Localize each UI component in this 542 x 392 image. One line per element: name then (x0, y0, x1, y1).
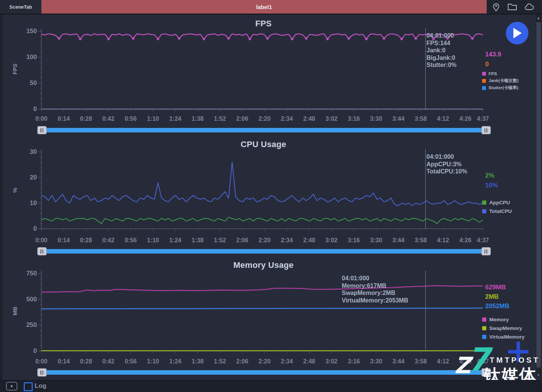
x-tick-label: 1:24 (169, 237, 181, 244)
x-tick-label: 3:44 (393, 237, 405, 244)
scrollbar-left-handle[interactable] (37, 247, 47, 255)
x-tick-label: 4:12 (437, 237, 449, 244)
legend-item: TotalCPU (482, 207, 512, 216)
x-tick-label: 0:28 (80, 237, 92, 244)
current-value: 2MB (485, 293, 499, 301)
chevron-down-icon: ▼ (10, 384, 14, 388)
y-tick-label: 20 (14, 174, 37, 181)
y-tick-label: 100 (14, 53, 37, 61)
x-tick-label: 0:00 (35, 237, 47, 244)
x-tick-label: 0:14 (58, 115, 70, 122)
x-tick-label: 1:10 (147, 237, 159, 244)
label-banner[interactable]: label1 (41, 0, 487, 14)
scrollbar-left-handle[interactable] (37, 126, 47, 134)
vertical-scrollbar[interactable]: ▲ ▼ (536, 15, 541, 378)
memory-time-scrollbar[interactable] (37, 368, 491, 377)
tooltip-line: Jank:0 (426, 47, 457, 54)
x-tick-label: 3:30 (370, 115, 382, 122)
collapse-panel-button[interactable]: ▼ (6, 382, 17, 390)
legend-swatch-icon (482, 318, 486, 322)
vertical-scrollbar-thumb[interactable] (536, 22, 541, 368)
y-tick-label: 750 (14, 270, 37, 277)
fps-time-scrollbar[interactable] (37, 126, 491, 134)
x-tick-label: 0:28 (80, 358, 92, 365)
y-tick-label: 50 (14, 79, 37, 87)
y-tick-label: 0 (14, 225, 37, 232)
cloud-icon[interactable] (524, 3, 535, 11)
tooltip-line: Memory:617MB (342, 282, 408, 290)
scrollbar-right-handle[interactable] (481, 126, 491, 134)
x-tick-label: 3:58 (415, 115, 427, 122)
scrollbar-left-handle[interactable] (37, 368, 47, 377)
scene-tab[interactable]: SceneTab (0, 0, 41, 14)
tooltip-line: TotalCPU:10% (426, 168, 467, 175)
log-label: Log (35, 382, 46, 390)
cpu-tooltip: 04:01:000AppCPU:3%TotalCPU:10% (426, 153, 467, 175)
scrollbar-right-handle[interactable] (481, 247, 491, 255)
x-tick-label: 2:06 (236, 237, 248, 244)
x-tick-label: 3:02 (326, 115, 338, 122)
grip-icon (40, 128, 44, 132)
legend-swatch-icon (482, 86, 486, 90)
memory-chart-title: Memory Usage (0, 260, 527, 270)
legend-label: SwapMemory (489, 325, 522, 331)
cpu-time-scrollbar[interactable] (37, 247, 491, 255)
legend-label: AppCPU (489, 200, 510, 205)
x-tick-label: 2:48 (303, 358, 315, 365)
x-tick-label: 3:44 (393, 115, 405, 122)
play-button[interactable] (506, 22, 528, 44)
x-tick-label: 1:38 (192, 237, 204, 244)
log-checkbox[interactable] (24, 382, 33, 391)
legend-label: Jank(卡顿次数) (489, 78, 519, 84)
legend-item: Stutter(卡顿率) (482, 84, 519, 91)
legend-item: Jank(卡顿次数) (482, 77, 519, 84)
cpu-chart-title: CPU Usage (0, 140, 527, 149)
legend-swatch-icon (482, 79, 486, 83)
scrollbar-right-handle[interactable] (481, 368, 491, 377)
x-tick-label: 4:12 (437, 358, 449, 365)
legend-swatch-icon (482, 201, 486, 205)
x-tick-label: 1:24 (169, 115, 181, 122)
plus-icon[interactable] (507, 340, 530, 363)
y-tick-label: 150 (14, 27, 37, 35)
topbar-separator (0, 14, 542, 15)
x-tick-label: 3:02 (326, 358, 338, 365)
legend-swatch-icon (482, 326, 486, 330)
x-tick-label: 3:16 (348, 237, 360, 244)
current-value: 0 (485, 61, 489, 68)
scrollbar-track[interactable] (47, 128, 481, 132)
legend-item: SwapMemory (482, 324, 525, 333)
y-tick-label: 250 (14, 321, 37, 329)
scroll-up-arrow-icon[interactable]: ▲ (537, 16, 540, 20)
x-tick-label: 3:02 (326, 237, 338, 244)
x-tick-label: 4:37 (477, 115, 489, 122)
tooltip-line: VirtualMemory:2053MB (342, 297, 408, 304)
legend-swatch-icon (482, 335, 486, 339)
x-tick-label: 0:42 (102, 358, 114, 365)
x-tick-label: 1:10 (147, 358, 159, 365)
current-value: 2052MB (485, 302, 509, 310)
location-pin-icon[interactable] (492, 2, 501, 12)
legend-label: Stutter(卡顿率) (489, 85, 518, 91)
x-tick-label: 2:06 (236, 358, 248, 365)
tooltip-line: 04:01:000 (426, 32, 457, 40)
x-tick-label: 2:20 (259, 115, 271, 122)
x-tick-label: 2:48 (303, 237, 315, 244)
scroll-down-arrow-icon[interactable]: ▼ (537, 373, 540, 377)
scrollbar-track[interactable] (47, 370, 481, 375)
y-tick-label: 0 (14, 105, 37, 113)
folder-icon[interactable] (507, 2, 518, 11)
x-tick-label: 1:10 (147, 115, 159, 122)
scrollbar-track[interactable] (47, 249, 481, 254)
legend-item: Memory (482, 315, 525, 324)
x-tick-label: 1:52 (214, 237, 226, 244)
x-tick-label: 1:52 (214, 358, 226, 365)
x-tick-label: 0:56 (125, 358, 137, 365)
legend-item: AppCPU (482, 198, 512, 207)
x-tick-label: 0:56 (125, 237, 137, 244)
legend-label: FPS (489, 71, 497, 76)
tooltip-line: 04:01:000 (426, 153, 467, 161)
x-tick-label: 2:06 (236, 115, 248, 122)
fps-y-axis-label: FPS (12, 60, 18, 79)
tooltip-line: 04:01:000 (342, 275, 408, 282)
